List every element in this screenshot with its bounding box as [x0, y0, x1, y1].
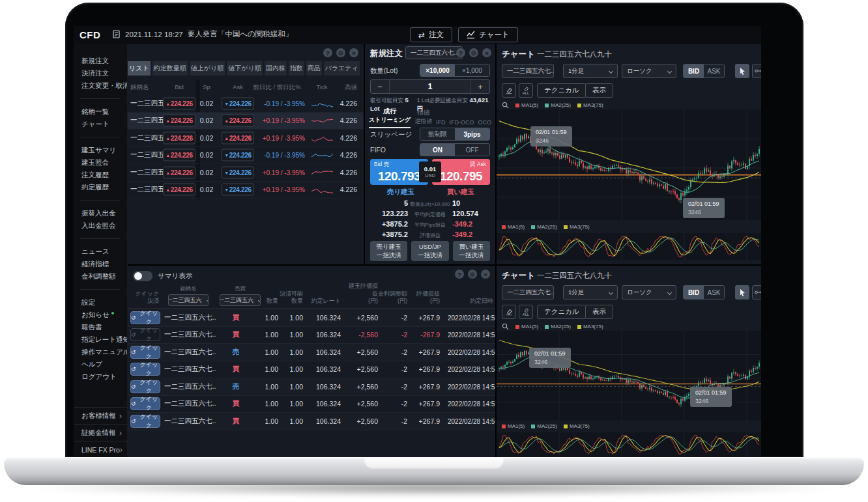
close-icon[interactable]: × [481, 270, 490, 279]
market-row[interactable]: 一二三四五六七.. 224.226 0.02 224.226 +0.19 / -… [128, 182, 364, 199]
position-row[interactable]: ↺ クイック 一二三四五六七.. 買 1.00 1.00 106.324 +2,… [128, 413, 495, 430]
quantity-value[interactable]: 1 [389, 80, 471, 93]
ask-price-button[interactable]: 224.226 [222, 166, 254, 178]
quick-close-button[interactable]: ↺ クイック [130, 328, 160, 341]
order-type-tab[interactable]: 成行ストリーミング [369, 107, 411, 128]
order-type-tab[interactable]: 指値逆指値 [414, 108, 432, 128]
help-icon[interactable]: ? [456, 48, 465, 57]
crosshair-link-button[interactable] [752, 64, 761, 78]
bid-price-button[interactable]: 224.226 [163, 97, 195, 109]
bulk-close-button[interactable]: 買い建玉一括決済 [453, 241, 490, 261]
sidebar-item[interactable]: 振替入出金 [74, 207, 127, 219]
bid-toggle[interactable]: BID [684, 286, 704, 299]
unit-option[interactable]: ×1,000 [455, 64, 489, 76]
summary-toggle[interactable] [133, 271, 152, 281]
sidebar-item[interactable]: ログアウト [74, 370, 127, 383]
market-tab[interactable]: 約定数量順 [152, 61, 188, 76]
cursor-tool-button[interactable] [735, 64, 749, 78]
market-row[interactable]: 一二三四五六七.. 224.226 0.02 224.226 -0.19 / -… [128, 95, 364, 113]
sidebar-item[interactable]: 注文履歴 [74, 169, 127, 181]
ask-price-button[interactable]: 224.226 [222, 184, 254, 196]
gear-icon[interactable]: ⚙ [469, 48, 478, 57]
sidebar-item[interactable]: 決済注文 [74, 67, 127, 79]
display-button[interactable]: 表示 [585, 305, 613, 319]
oscillator-chart[interactable] [497, 432, 761, 457]
ask-toggle[interactable]: ASK [704, 64, 724, 77]
order-button[interactable]: ⇄ 注文 [410, 27, 452, 42]
sidebar-item[interactable] [80, 98, 121, 99]
bulk-close-button[interactable]: 売り建玉一括決済 [370, 241, 407, 261]
quick-close-button[interactable]: ↺ クイック [130, 311, 160, 324]
sidebar-item[interactable]: 新規注文 [74, 55, 127, 67]
charttype-select[interactable]: ローソク [622, 64, 676, 78]
market-tab[interactable]: 商品 [306, 61, 322, 76]
plus-button[interactable]: + [471, 80, 489, 93]
bid-toggle[interactable]: BID [684, 64, 704, 77]
sidebar-item[interactable]: 建玉照会 [74, 156, 127, 169]
erase-drawing-button[interactable] [502, 83, 516, 98]
quick-close-button[interactable]: ↺ クイック [130, 380, 160, 393]
market-row[interactable]: 一二三四五六七.. 224.226 0.02 224.226 +0.19 / -… [128, 164, 364, 182]
sidebar-item[interactable]: 注文変更・取消 [74, 79, 127, 92]
sidebar-item[interactable] [80, 289, 121, 290]
chart-button[interactable]: チャート [458, 27, 518, 42]
market-tab[interactable]: 指数 [289, 61, 304, 76]
market-tab[interactable]: 国内株 [265, 61, 287, 76]
pair-select[interactable]: 一二三四五六七.. [502, 285, 554, 300]
market-tab[interactable]: 値上がり順 [190, 61, 225, 76]
search-icon[interactable] [502, 323, 509, 330]
sidebar-item[interactable]: 金利調整額 [74, 270, 127, 283]
sidebar-item[interactable]: ヘルプ [74, 358, 127, 370]
timeframe-select[interactable]: 1分足 [563, 285, 618, 300]
display-button[interactable]: 表示 [585, 83, 613, 98]
sidebar-item[interactable]: 銘柄一覧 [74, 105, 127, 118]
fifo-option[interactable]: OFF [455, 144, 489, 156]
sidebar-item[interactable]: 約定履歴 [74, 181, 127, 193]
timeframe-select[interactable]: 1分足 [563, 64, 618, 78]
close-icon[interactable]: × [482, 48, 491, 57]
minus-button[interactable]: − [371, 80, 389, 93]
charttype-select[interactable]: ローソク [622, 285, 676, 300]
sidebar-item[interactable]: 設定 [74, 296, 127, 309]
quick-close-button[interactable]: ↺ クイック [130, 397, 160, 410]
oscillator-chart[interactable] [497, 233, 761, 260]
crosshair-link-button[interactable] [752, 285, 761, 300]
sidebar-footer-item[interactable]: お客様情報 › [74, 407, 127, 424]
bid-price-button[interactable]: 224.226 [163, 115, 195, 127]
ask-price-button[interactable]: 224.226 [222, 97, 254, 109]
technical-button[interactable]: テクニカル [537, 83, 586, 98]
sidebar-item[interactable]: チャート [74, 118, 127, 130]
market-row[interactable]: 一二三四五六七.. 224.226 0.02 224.226 +0.19 / -… [128, 130, 364, 147]
symbol-select[interactable]: 一二三四五六七.. [405, 46, 463, 59]
sidebar-item[interactable] [80, 200, 121, 201]
gear-icon[interactable]: ⚙ [468, 270, 477, 279]
position-row[interactable]: ↺ クイック 一二三四五六七.. 買 1.00 1.00 106.324 +2,… [128, 309, 495, 327]
erase-all-button[interactable]: ALL [519, 305, 533, 319]
slippage-option[interactable]: 3pips✎ [455, 128, 489, 140]
erase-drawing-button[interactable] [502, 305, 516, 319]
market-tab[interactable]: リスト [128, 61, 151, 76]
position-row[interactable]: ↺ クイック 一二三四五六七.. 買 1.00 1.00 106.324 -2,… [128, 327, 495, 344]
cursor-tool-button[interactable] [735, 285, 749, 300]
ask-price-button[interactable]: 224.226 [222, 115, 254, 127]
ask-price-button[interactable]: 224.226 [222, 149, 254, 161]
pair-select[interactable]: 一二三四五六七.. [502, 64, 554, 78]
bid-price-button[interactable]: 224.226 [163, 132, 195, 144]
position-row[interactable]: ↺ クイック 一二三四五六七.. 買 1.00 1.00 106.324 +2,… [128, 361, 495, 379]
ask-price-button[interactable]: 224.226 [222, 132, 254, 144]
sidebar-item[interactable]: 経済指標 [74, 258, 127, 270]
candlestick-chart[interactable] [497, 331, 761, 421]
sidebar-item[interactable] [80, 238, 121, 239]
sidebar-item[interactable]: ニュース [74, 245, 127, 258]
sidebar-item[interactable]: 指定レート通知 [74, 333, 127, 346]
bulk-close-button[interactable]: USD/JP一括決済 [411, 241, 448, 261]
sidebar-item[interactable]: 入出金照会 [74, 219, 127, 232]
bid-price-button[interactable]: 224.226 [163, 184, 195, 196]
sidebar-footer-item[interactable]: LINE FX Pro › [74, 441, 127, 458]
sidebar-item[interactable]: お知らせ [74, 309, 127, 321]
ask-toggle[interactable]: ASK [704, 286, 724, 299]
quick-close-button[interactable]: ↺ クイック [130, 415, 160, 428]
name-filter-select[interactable]: 一二三四五六 [168, 294, 209, 306]
quick-close-button[interactable]: ↺ クイック [130, 346, 160, 359]
unit-option[interactable]: ×10,000 [420, 64, 455, 76]
